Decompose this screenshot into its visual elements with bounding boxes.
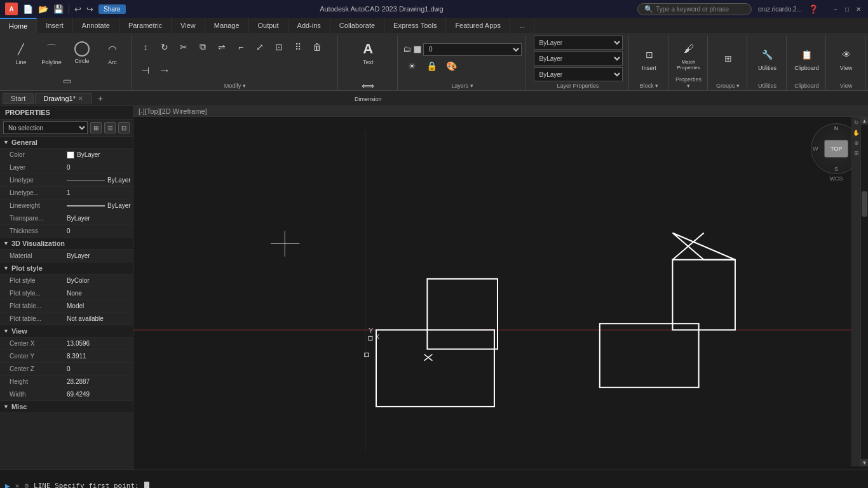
view-button[interactable]: 👁 View: [832, 41, 860, 76]
zoom-ext-button[interactable]: ⊞: [852, 149, 861, 158]
orbit-button[interactable]: ↻: [852, 118, 861, 127]
general-section-header[interactable]: ▼ General: [0, 137, 133, 149]
prop-btn-1[interactable]: ⊞: [90, 122, 102, 133]
tab-manage[interactable]: Manage: [205, 18, 249, 33]
fillet-button[interactable]: ⌐: [232, 39, 250, 55]
settings-command-icon[interactable]: ⚙: [24, 482, 29, 488]
view-section-header[interactable]: ▼ View: [0, 325, 133, 337]
tab-output[interactable]: Output: [249, 18, 288, 33]
prop-btn-2[interactable]: ☰: [104, 122, 116, 133]
layer-dropdown[interactable]: 0: [423, 43, 522, 56]
match-properties-button[interactable]: 🖌 Match Properties: [675, 38, 703, 72]
scale-button[interactable]: ⊡: [270, 39, 288, 55]
polyline-button[interactable]: ⌒ Polyline: [37, 36, 65, 70]
width-value[interactable]: 69.4249: [67, 391, 130, 398]
file-icon-save[interactable]: 💾: [53, 4, 64, 14]
height-value[interactable]: 28.2887: [67, 378, 130, 385]
thickness-value[interactable]: 0: [67, 227, 130, 234]
insert-button[interactable]: ⊡ Insert: [635, 41, 663, 76]
center-y-value[interactable]: 8.3911: [67, 353, 130, 360]
plot-table-value[interactable]: Model: [67, 302, 130, 309]
pan-button[interactable]: ✋: [852, 128, 861, 137]
plot-style-value[interactable]: ByColor: [67, 277, 130, 284]
mirror-button[interactable]: ⇌: [213, 39, 231, 55]
plot-table2-value[interactable]: Not available: [67, 315, 130, 322]
drawing-canvas[interactable]: Y X: [133, 117, 868, 466]
canvas-area[interactable]: Y X: [133, 117, 868, 466]
plot-style-section-header[interactable]: ▼ Plot style: [0, 262, 133, 274]
tab-insert[interactable]: Insert: [37, 18, 73, 33]
file-icon-new[interactable]: 📄: [23, 4, 33, 14]
bylayer-dropdown-3[interactable]: ByLayer: [534, 67, 623, 81]
prop-btn-3[interactable]: ⊡: [118, 122, 130, 133]
linetype-value[interactable]: ByLayer: [67, 177, 131, 184]
tab-annotate[interactable]: Annotate: [73, 18, 119, 33]
line-button[interactable]: ╱ Line: [7, 36, 35, 70]
tab-close-button[interactable]: ✕: [78, 95, 83, 102]
scroll-track[interactable]: [861, 125, 868, 459]
layer-value[interactable]: 0: [67, 164, 130, 171]
material-value[interactable]: ByLayer: [67, 252, 130, 259]
extend-button[interactable]: ⊣: [137, 62, 154, 79]
color-button[interactable]: 🎨: [442, 58, 460, 74]
viz3d-section-header[interactable]: ▼ 3D Visualization: [0, 238, 133, 250]
trim-button[interactable]: ✂: [175, 39, 193, 55]
scroll-up-arrow[interactable]: ▲: [861, 117, 868, 125]
right-scrollbar[interactable]: ▲ ▼: [860, 117, 868, 466]
maximize-button[interactable]: □: [843, 4, 851, 13]
scroll-down-arrow[interactable]: ▼: [861, 459, 868, 466]
cube-top-face[interactable]: TOP: [824, 140, 848, 158]
linetype-scale-value[interactable]: 1: [67, 189, 130, 196]
share-button[interactable]: Share: [98, 4, 126, 14]
close-button[interactable]: ✕: [854, 4, 863, 13]
copy-button[interactable]: ⧉: [194, 39, 212, 55]
arc-button[interactable]: ◠ Arc: [98, 36, 126, 70]
freeze-layer-button[interactable]: ☀: [403, 58, 421, 74]
bylayer-dropdown-1[interactable]: ByLayer: [534, 36, 623, 50]
stretch-button[interactable]: ⤢: [251, 39, 269, 55]
erase-button[interactable]: 🗑: [308, 39, 326, 55]
tab-view[interactable]: View: [172, 18, 205, 33]
tab-express[interactable]: Express Tools: [384, 18, 446, 33]
selection-dropdown[interactable]: No selection: [3, 121, 88, 134]
move-button[interactable]: ↕: [137, 39, 154, 55]
lock-layer-button[interactable]: 🔒: [423, 58, 440, 74]
transparency-value[interactable]: ByLayer: [67, 215, 130, 222]
help-icon[interactable]: ❓: [808, 4, 818, 14]
file-icon-open[interactable]: 📂: [38, 4, 48, 14]
redo-button[interactable]: ↪: [86, 4, 93, 14]
tab-collaborate[interactable]: Collaborate: [330, 18, 384, 33]
text-button[interactable]: A Text: [354, 36, 382, 70]
tab-more[interactable]: ...: [510, 18, 534, 33]
layer-color-swatch[interactable]: [414, 46, 421, 53]
scroll-thumb[interactable]: [862, 191, 867, 217]
center-x-value[interactable]: 13.0596: [67, 340, 130, 347]
tab-featured[interactable]: Featured Apps: [446, 18, 510, 33]
tab-home[interactable]: Home: [0, 18, 37, 33]
tab-addins[interactable]: Add-ins: [288, 18, 330, 33]
zoom-button[interactable]: ⊕: [852, 139, 861, 147]
group-button[interactable]: ⊞: [719, 50, 737, 67]
search-bar[interactable]: 🔍 Type a keyword or phrase: [637, 3, 752, 15]
tab-add-button[interactable]: +: [93, 92, 108, 105]
center-z-value[interactable]: 0: [67, 365, 130, 372]
tab-start[interactable]: Start: [3, 93, 34, 104]
lineweight-value[interactable]: ByLayer: [67, 202, 131, 209]
circle-button[interactable]: Circle: [68, 36, 96, 70]
offset-button[interactable]: ⤏: [156, 62, 173, 79]
bylayer-dropdown-2[interactable]: ByLayer: [534, 51, 623, 65]
drawing-area[interactable]: [-][Top][2D Wireframe] Y X: [133, 106, 868, 470]
tab-drawing1[interactable]: Drawing1* ✕: [35, 93, 92, 104]
close-command-icon[interactable]: ✕: [15, 482, 20, 488]
utilities-button[interactable]: 🔧 Utilities: [754, 41, 782, 76]
layer-properties-button[interactable]: 🗂: [403, 44, 411, 54]
clipboard-button[interactable]: 📋 Clipboard: [793, 41, 821, 76]
array-button[interactable]: ⠿: [289, 39, 307, 55]
minimize-button[interactable]: −: [831, 4, 840, 13]
undo-button[interactable]: ↩: [74, 4, 81, 14]
misc-section-header[interactable]: ▼ Misc: [0, 401, 133, 413]
plot-style-name-value[interactable]: None: [67, 290, 130, 297]
tab-parametric[interactable]: Parametric: [119, 18, 172, 33]
rect-button[interactable]: ▭: [58, 72, 76, 89]
rotate-button[interactable]: ↻: [156, 39, 173, 55]
